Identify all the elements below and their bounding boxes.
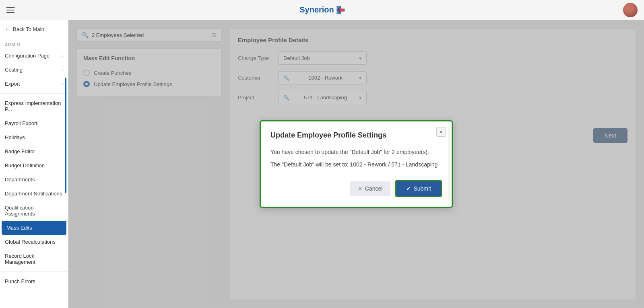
topbar: Synerion xyxy=(0,0,644,20)
sidebar-label-payroll: Payroll Export xyxy=(5,120,37,126)
sidebar-item-holidays[interactable]: Holidays xyxy=(0,130,68,144)
chevron-icon: › xyxy=(62,68,63,72)
sidebar-divider-2 xyxy=(0,271,68,272)
sidebar-label-badge: Badge Editor xyxy=(5,148,35,154)
sidebar: ← Back To Main ADMIN Configuration Page … xyxy=(0,20,68,308)
sidebar-label-mass-edits: Mass Edits xyxy=(6,225,32,231)
submit-label: Submit xyxy=(413,185,431,192)
svg-marker-3 xyxy=(340,8,344,12)
logo-area: Synerion xyxy=(299,5,345,14)
hamburger-menu[interactable] xyxy=(6,7,14,13)
sidebar-label-qualification: Qualification Assignments xyxy=(5,205,63,217)
sidebar-label-configuration-page: Configuration Page xyxy=(5,53,50,59)
back-arrow-icon: ← xyxy=(5,26,10,32)
logo-icon xyxy=(336,6,345,14)
sidebar-item-costing[interactable]: Costing › xyxy=(0,63,68,77)
logo-text: Synerion xyxy=(299,5,334,14)
back-label: Back To Main xyxy=(13,26,44,32)
modal-text-line2: The "Default Job" will be set to: 1002 -… xyxy=(270,160,442,169)
back-to-main[interactable]: ← Back To Main xyxy=(0,20,68,38)
main-inner: 🔍 ⊟ Mass Edit Function Create Punches Up… xyxy=(68,20,644,308)
sidebar-scrollbar[interactable] xyxy=(65,78,66,193)
sidebar-item-global-recalc[interactable]: Global Recalculations xyxy=(0,235,68,249)
modal-title: Update Employee Profile Settings xyxy=(270,131,442,140)
sidebar-label-record-lock: Record Lock Management xyxy=(5,253,63,265)
sidebar-item-departments[interactable]: Departments xyxy=(0,172,68,187)
sidebar-item-record-lock[interactable]: Record Lock Management xyxy=(0,249,68,269)
cancel-x-icon: ✕ xyxy=(358,185,363,192)
submit-button[interactable]: ✔ Submit xyxy=(395,180,442,197)
sidebar-label-global-recalc: Global Recalculations xyxy=(5,239,56,245)
sidebar-item-punch-errors[interactable]: Punch Errors xyxy=(0,274,68,288)
main-content: 🔍 ⊟ Mass Edit Function Create Punches Up… xyxy=(68,20,644,308)
sidebar-item-dept-notifications[interactable]: Department Notifications xyxy=(0,187,68,201)
main-layout: ← Back To Main ADMIN Configuration Page … xyxy=(0,20,644,308)
modal-dialog: Update Employee Profile Settings × You h… xyxy=(260,120,453,208)
modal-overlay: Update Employee Profile Settings × You h… xyxy=(68,20,644,308)
sidebar-item-budget-definition[interactable]: Budget Definition xyxy=(0,158,68,172)
sidebar-item-export[interactable]: Export › xyxy=(0,77,68,91)
sidebar-item-payroll-export[interactable]: Payroll Export xyxy=(0,116,68,130)
modal-actions: ✕ Cancel ✔ Submit xyxy=(270,180,442,197)
sidebar-section-admin: ADMIN xyxy=(0,38,68,49)
modal-close-button[interactable]: × xyxy=(436,127,446,137)
submit-check-icon: ✔ xyxy=(406,185,411,192)
cancel-label: Cancel xyxy=(365,185,383,192)
user-avatar[interactable] xyxy=(623,3,638,17)
sidebar-label-costing: Costing xyxy=(5,67,23,73)
sidebar-item-badge-editor[interactable]: Badge Editor xyxy=(0,144,68,158)
sidebar-item-mass-edits[interactable]: Mass Edits xyxy=(2,221,66,235)
sidebar-label-departments: Departments xyxy=(5,177,35,183)
sidebar-label-punch-errors: Punch Errors xyxy=(5,278,35,284)
chevron-icon: › xyxy=(62,53,63,58)
cancel-button[interactable]: ✕ Cancel xyxy=(350,181,391,196)
sidebar-item-express-implementation[interactable]: Express Implementation P... xyxy=(0,96,68,116)
sidebar-divider xyxy=(0,93,68,94)
sidebar-item-configuration-page[interactable]: Configuration Page › xyxy=(0,49,68,63)
sidebar-label-budget: Budget Definition xyxy=(5,162,45,168)
sidebar-label-holidays: Holidays xyxy=(5,134,25,140)
modal-text-line1: You have chosen to update the "Default J… xyxy=(270,148,442,156)
sidebar-item-qualification[interactable]: Qualification Assignments xyxy=(0,201,68,221)
sidebar-label-dept-notif: Department Notifications xyxy=(5,191,62,197)
sidebar-label-export: Export xyxy=(5,81,20,87)
sidebar-label-express: Express Implementation P... xyxy=(5,100,63,112)
chevron-icon: › xyxy=(62,82,63,86)
